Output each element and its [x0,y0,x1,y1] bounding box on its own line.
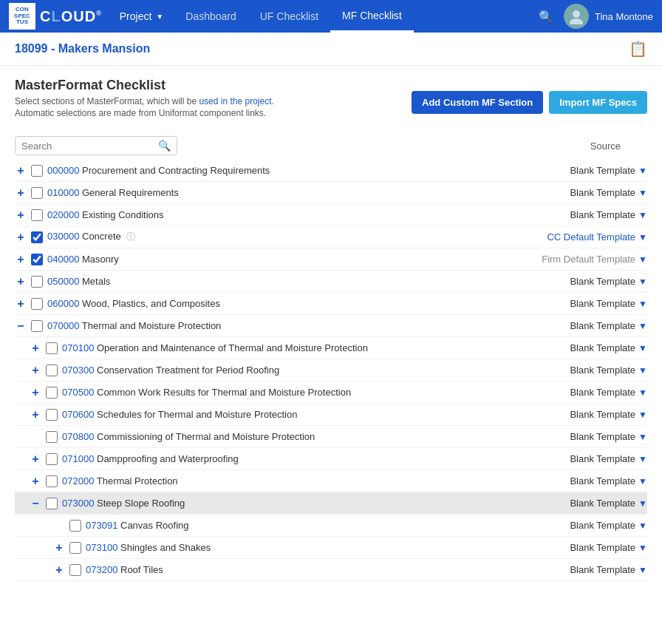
nav-uf-checklist[interactable]: UF Checklist [248,0,330,33]
source-dropdown[interactable]: Blank Template▼ [499,453,647,464]
dropdown-arrow-icon[interactable]: ▼ [638,476,647,487]
source-dropdown[interactable]: Blank Template▼ [499,475,647,487]
row-checkbox[interactable] [31,231,43,243]
source-dropdown[interactable]: Blank Template▼ [499,298,647,309]
nav-mf-checklist[interactable]: MF Checklist [330,0,414,33]
nav-dashboard[interactable]: Dashboard [174,0,248,33]
row-label-link[interactable]: 020000 [47,209,79,220]
source-dropdown[interactable]: Blank Template▼ [499,320,647,331]
row-checkbox[interactable] [46,365,58,376]
dropdown-arrow-icon[interactable]: ▼ [638,565,647,575]
row-label-link[interactable]: 073100 [86,542,117,553]
source-dropdown[interactable]: Blank Template▼ [499,564,647,575]
row-label-link[interactable]: 010000 [47,187,79,198]
row-checkbox[interactable] [46,409,58,421]
expand-button[interactable]: − [15,319,27,333]
row-checkbox[interactable] [31,187,43,199]
source-dropdown[interactable]: Blank Template▼ [499,431,647,442]
expand-button[interactable]: + [15,231,27,244]
search-button[interactable]: 🔍 [534,4,558,28]
row-checkbox[interactable] [69,520,81,532]
row-checkbox[interactable] [31,254,43,265]
row-label-link[interactable]: 060000 [47,298,79,309]
row-label-link[interactable]: 040000 [47,254,79,265]
row-label-link[interactable]: 070300 [62,365,94,376]
search-input[interactable] [21,140,158,152]
row-checkbox[interactable] [31,209,43,221]
source-dropdown[interactable]: Firm Default Template▼ [499,254,647,265]
row-label-link[interactable]: 070000 [47,320,79,331]
row-checkbox[interactable] [31,298,43,310]
dropdown-arrow-icon[interactable]: ▼ [638,498,647,509]
source-dropdown[interactable]: Blank Template▼ [499,365,647,376]
row-label-link[interactable]: 073200 [86,564,117,575]
search-box[interactable]: 🔍 [15,136,177,155]
dropdown-arrow-icon[interactable]: ▼ [638,410,647,420]
source-dropdown[interactable]: Blank Template▼ [499,520,647,531]
source-dropdown[interactable]: Blank Template▼ [499,342,647,353]
expand-button[interactable]: + [30,408,41,421]
expand-button[interactable]: − [30,497,41,510]
row-checkbox[interactable] [46,453,58,465]
dropdown-arrow-icon[interactable]: ▼ [638,543,647,553]
expand-button[interactable]: + [15,186,27,200]
dropdown-arrow-icon[interactable]: ▼ [638,521,647,531]
expand-button[interactable]: + [53,563,65,577]
row-checkbox[interactable] [46,498,58,509]
expand-button[interactable]: + [30,475,41,488]
dropdown-arrow-icon[interactable]: ▼ [638,232,647,243]
dropdown-arrow-icon[interactable]: ▼ [638,299,647,309]
dropdown-arrow-icon[interactable]: ▼ [638,277,647,287]
expand-button[interactable]: + [53,541,65,555]
source-dropdown[interactable]: CC Default Template▼ [499,231,647,243]
add-custom-mf-button[interactable]: Add Custom MF Section [412,91,543,114]
section-desc-link[interactable]: used in the project. [199,96,273,106]
clipboard-icon[interactable]: 📋 [629,40,647,58]
dropdown-arrow-icon[interactable]: ▼ [638,454,647,464]
expand-button[interactable]: + [30,386,41,399]
dropdown-arrow-icon[interactable]: ▼ [638,254,647,265]
source-dropdown[interactable]: Blank Template▼ [499,209,647,220]
dropdown-arrow-icon[interactable]: ▼ [638,432,647,442]
dropdown-arrow-icon[interactable]: ▼ [638,166,647,176]
row-checkbox[interactable] [69,542,81,554]
dropdown-arrow-icon[interactable]: ▼ [638,387,647,398]
expand-button[interactable]: + [15,164,27,177]
row-label-link[interactable]: 073000 [62,498,94,509]
row-label-link[interactable]: 070500 [62,387,94,398]
source-dropdown[interactable]: Blank Template▼ [499,498,647,509]
row-label-link[interactable]: 070600 [62,409,94,420]
source-dropdown[interactable]: Blank Template▼ [499,276,647,287]
dropdown-arrow-icon[interactable]: ▼ [638,365,647,376]
row-checkbox[interactable] [31,165,43,177]
source-dropdown[interactable]: Blank Template▼ [499,542,647,553]
row-checkbox[interactable] [46,387,58,399]
dropdown-arrow-icon[interactable]: ▼ [638,343,647,353]
row-label-link[interactable]: 030000 [47,231,79,242]
row-label-link[interactable]: 070100 [62,342,94,353]
row-checkbox[interactable] [69,564,81,576]
source-dropdown[interactable]: Blank Template▼ [499,409,647,420]
expand-button[interactable]: + [30,364,41,377]
source-dropdown[interactable]: Blank Template▼ [499,187,647,198]
row-checkbox[interactable] [46,475,58,487]
row-label-link[interactable]: 070800 [62,431,94,442]
dropdown-arrow-icon[interactable]: ▼ [638,210,647,220]
expand-button[interactable]: + [15,297,27,311]
expand-button[interactable]: + [15,275,27,288]
expand-button[interactable]: + [30,453,41,466]
expand-button[interactable]: + [15,209,27,222]
dropdown-arrow-icon[interactable]: ▼ [638,188,647,198]
row-label-link[interactable]: 072000 [62,475,94,487]
dropdown-arrow-icon[interactable]: ▼ [638,321,647,331]
source-dropdown[interactable]: Blank Template▼ [499,387,647,398]
row-label-link[interactable]: 050000 [47,276,79,287]
row-checkbox[interactable] [31,320,43,332]
row-label-link[interactable]: 073091 [86,520,117,531]
row-label-link[interactable]: 000000 [47,165,79,176]
import-mf-specs-button[interactable]: Import MF Specs [549,91,647,114]
expand-button[interactable]: + [30,342,41,355]
project-nav[interactable]: Project ▼ [109,0,174,33]
row-label-link[interactable]: 071000 [62,453,94,464]
row-checkbox[interactable] [31,276,43,288]
